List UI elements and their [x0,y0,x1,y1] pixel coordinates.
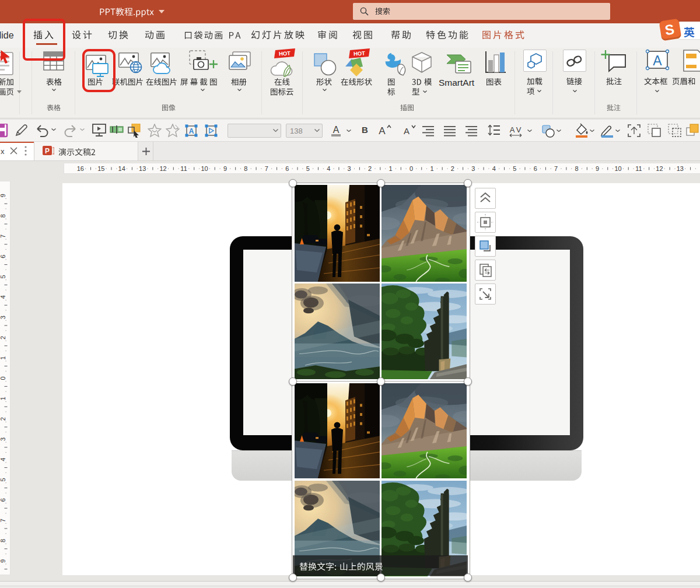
svg-text:8: 8 [244,165,247,172]
svg-text:10: 10 [201,165,208,172]
svg-text:14: 14 [118,165,125,172]
svg-text:6: 6 [285,165,289,172]
svg-text:13: 13 [677,165,684,172]
svg-text:12: 12 [159,165,166,172]
svg-text:9: 9 [0,194,6,197]
svg-text:13: 13 [139,165,146,172]
svg-text:6: 6 [0,255,6,258]
svg-text:9: 9 [223,165,227,172]
svg-text:11: 11 [635,165,642,172]
svg-text:11: 11 [180,165,187,172]
svg-text:2: 2 [451,165,454,172]
svg-text:9: 9 [596,165,599,172]
svg-text:3: 3 [471,165,475,172]
svg-text:9: 9 [0,559,6,563]
svg-text:15: 15 [97,165,104,172]
svg-text:1: 1 [388,165,392,172]
svg-text:4: 4 [0,295,6,299]
svg-text:4: 4 [327,165,330,172]
svg-text:2: 2 [0,417,6,421]
svg-text:3: 3 [0,438,6,441]
svg-text:V: V [516,125,522,134]
svg-text:5: 5 [0,275,6,278]
svg-text:0: 0 [0,376,6,380]
svg-text:A: A [333,125,340,135]
svg-text:4: 4 [0,458,6,461]
svg-text:HOT: HOT [279,50,291,57]
svg-text:5: 5 [306,165,310,172]
svg-text:8: 8 [575,165,579,172]
svg-text:A: A [379,125,386,136]
svg-text:1: 1 [0,397,6,400]
svg-text:7: 7 [265,165,268,172]
svg-text:A: A [404,126,410,136]
svg-text:A: A [653,53,662,68]
svg-text:7: 7 [0,235,6,238]
svg-text:A: A [189,127,194,135]
svg-text:8: 8 [0,539,6,542]
svg-text:2: 2 [368,165,372,172]
svg-text:2: 2 [0,336,6,340]
svg-text:A: A [510,125,515,134]
svg-text:12: 12 [656,165,663,172]
svg-text:1: 1 [430,165,433,172]
svg-text:3: 3 [348,165,351,172]
svg-text:1: 1 [0,356,6,360]
svg-text:P: P [45,147,50,155]
svg-text:7: 7 [554,165,558,172]
svg-text:7: 7 [0,519,6,522]
svg-text:5: 5 [513,165,516,172]
svg-text:3: 3 [0,316,6,319]
svg-text:16: 16 [77,165,84,172]
svg-text:6: 6 [0,498,6,502]
svg-text:6: 6 [534,165,537,172]
svg-text:10: 10 [614,165,621,172]
svg-text:8: 8 [0,214,6,218]
svg-text:0: 0 [410,165,413,172]
svg-text:4: 4 [492,165,496,172]
svg-text:5: 5 [0,478,6,481]
